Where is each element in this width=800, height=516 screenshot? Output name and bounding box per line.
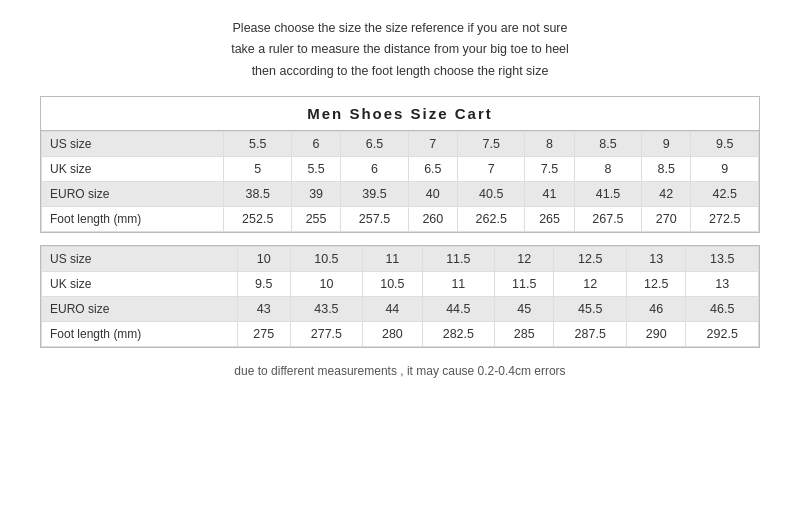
table-cell: 255 bbox=[292, 206, 341, 231]
table-cell: 9.5 bbox=[237, 271, 290, 296]
table-cell: 12 bbox=[554, 271, 627, 296]
table-cell: 6.5 bbox=[408, 156, 457, 181]
table-cell: 282.5 bbox=[422, 321, 495, 346]
row-label: UK size bbox=[42, 271, 238, 296]
table-cell: 11.5 bbox=[495, 271, 554, 296]
table-cell: 257.5 bbox=[341, 206, 409, 231]
footer-text: due to different measurements , it may c… bbox=[234, 364, 565, 378]
table-cell: 11 bbox=[363, 246, 422, 271]
table-cell: 38.5 bbox=[224, 181, 292, 206]
row-label: Foot length (mm) bbox=[42, 206, 224, 231]
row-label: US size bbox=[42, 131, 224, 156]
table-cell: 7 bbox=[457, 156, 525, 181]
intro-line2: take a ruler to measure the distance fro… bbox=[231, 39, 569, 60]
table-cell: 270 bbox=[642, 206, 691, 231]
table-cell: 10.5 bbox=[290, 246, 363, 271]
table-cell: 46.5 bbox=[686, 296, 759, 321]
table-cell: 252.5 bbox=[224, 206, 292, 231]
row-label: EURO size bbox=[42, 296, 238, 321]
table-cell: 40.5 bbox=[457, 181, 525, 206]
table-cell: 287.5 bbox=[554, 321, 627, 346]
table-cell: 45.5 bbox=[554, 296, 627, 321]
table-cell: 267.5 bbox=[574, 206, 642, 231]
table-cell: 13 bbox=[686, 271, 759, 296]
table-cell: 292.5 bbox=[686, 321, 759, 346]
row-label: US size bbox=[42, 246, 238, 271]
table-cell: 7 bbox=[408, 131, 457, 156]
table-cell: 13.5 bbox=[686, 246, 759, 271]
row-label: EURO size bbox=[42, 181, 224, 206]
table-cell: 40 bbox=[408, 181, 457, 206]
table-cell: 42 bbox=[642, 181, 691, 206]
table-cell: 10 bbox=[237, 246, 290, 271]
table-cell: 12 bbox=[495, 246, 554, 271]
table-cell: 265 bbox=[525, 206, 574, 231]
size-table-2: US size1010.51111.51212.51313.5UK size9.… bbox=[41, 246, 759, 347]
table-cell: 9 bbox=[691, 156, 759, 181]
intro-line3: then according to the foot length choose… bbox=[231, 61, 569, 82]
size-table-2-wrapper: US size1010.51111.51212.51313.5UK size9.… bbox=[40, 245, 760, 348]
table-cell: 7.5 bbox=[457, 131, 525, 156]
table-cell: 43.5 bbox=[290, 296, 363, 321]
table-cell: 10 bbox=[290, 271, 363, 296]
table-cell: 8 bbox=[525, 131, 574, 156]
table-cell: 39.5 bbox=[341, 181, 409, 206]
table-cell: 39 bbox=[292, 181, 341, 206]
table-cell: 9 bbox=[642, 131, 691, 156]
table-cell: 8.5 bbox=[574, 131, 642, 156]
table-cell: 12.5 bbox=[554, 246, 627, 271]
table-cell: 46 bbox=[627, 296, 686, 321]
table-cell: 260 bbox=[408, 206, 457, 231]
table-cell: 272.5 bbox=[691, 206, 759, 231]
table-cell: 6 bbox=[341, 156, 409, 181]
table-cell: 290 bbox=[627, 321, 686, 346]
table-title: Men Shoes Size Cart bbox=[41, 97, 759, 131]
table-cell: 280 bbox=[363, 321, 422, 346]
table-cell: 5.5 bbox=[292, 156, 341, 181]
table-cell: 41.5 bbox=[574, 181, 642, 206]
table-cell: 12.5 bbox=[627, 271, 686, 296]
table-cell: 42.5 bbox=[691, 181, 759, 206]
table-cell: 13 bbox=[627, 246, 686, 271]
table-cell: 6.5 bbox=[341, 131, 409, 156]
table-cell: 277.5 bbox=[290, 321, 363, 346]
table-cell: 9.5 bbox=[691, 131, 759, 156]
row-label: Foot length (mm) bbox=[42, 321, 238, 346]
table-cell: 275 bbox=[237, 321, 290, 346]
table-cell: 45 bbox=[495, 296, 554, 321]
row-label: UK size bbox=[42, 156, 224, 181]
intro-text: Please choose the size the size referenc… bbox=[231, 18, 569, 82]
table-cell: 8.5 bbox=[642, 156, 691, 181]
table-cell: 285 bbox=[495, 321, 554, 346]
table-cell: 11.5 bbox=[422, 246, 495, 271]
size-table-1-wrapper: Men Shoes Size Cart US size5.566.577.588… bbox=[40, 96, 760, 233]
table-cell: 44.5 bbox=[422, 296, 495, 321]
table-cell: 11 bbox=[422, 271, 495, 296]
table-cell: 7.5 bbox=[525, 156, 574, 181]
table-cell: 5 bbox=[224, 156, 292, 181]
table-cell: 41 bbox=[525, 181, 574, 206]
table-cell: 10.5 bbox=[363, 271, 422, 296]
table-cell: 43 bbox=[237, 296, 290, 321]
table-cell: 6 bbox=[292, 131, 341, 156]
size-table-1: US size5.566.577.588.599.5UK size55.566.… bbox=[41, 131, 759, 232]
table-cell: 8 bbox=[574, 156, 642, 181]
intro-line1: Please choose the size the size referenc… bbox=[231, 18, 569, 39]
table-cell: 44 bbox=[363, 296, 422, 321]
table-cell: 5.5 bbox=[224, 131, 292, 156]
table-cell: 262.5 bbox=[457, 206, 525, 231]
